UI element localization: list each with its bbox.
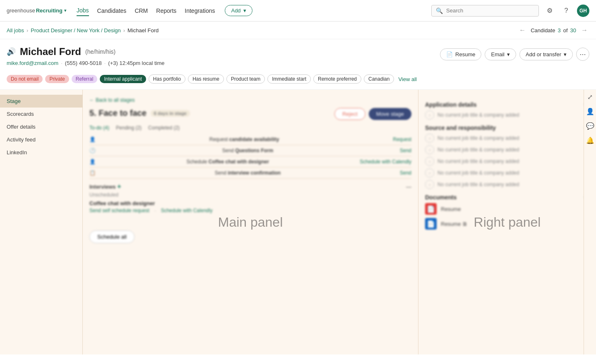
logo: greenhouse Recruiting ▾ (7, 7, 67, 14)
nav-jobs[interactable]: Jobs (77, 5, 89, 16)
candidate-label: Candidate (531, 27, 555, 34)
candidate-of: of (563, 27, 568, 34)
tag-remote-preferred[interactable]: Remote preferred (313, 74, 361, 84)
tag-has-portfolio[interactable]: Has portfolio (149, 74, 185, 84)
main-panel: ← Back to all stages 5. Face to face 6 d… (83, 90, 418, 354)
prev-candidate-arrow[interactable]: ← (517, 26, 527, 35)
candidate-counter: Candidate 3 of 30 (531, 27, 576, 34)
sidebar-item-stage[interactable]: Stage (0, 95, 82, 108)
more-options-button[interactable]: ··· (576, 48, 589, 61)
sidebar-item-offer-details[interactable]: Offer details (0, 120, 82, 133)
tag-do-not-email[interactable]: Do not email (7, 75, 43, 83)
breadcrumb: All jobs › Product Designer / New York /… (0, 22, 596, 39)
nav-right: 🔍 ⚙ ? GH (431, 5, 589, 17)
resume-label: Resume (455, 51, 475, 57)
top-navigation: greenhouse Recruiting ▾ Jobs Candidates … (0, 0, 596, 22)
add-transfer-label: Add or transfer (526, 51, 561, 57)
right-panel-label: Right panel (474, 215, 541, 230)
nav-reports[interactable]: Reports (156, 6, 176, 16)
right-panel: Application details ✏ ○ No current job t… (418, 90, 596, 354)
candidate-pronouns: (he/him/his) (85, 48, 115, 55)
add-chevron-icon: ▾ (243, 7, 246, 14)
next-candidate-arrow[interactable]: → (579, 26, 589, 35)
breadcrumb-candidate: Michael Ford (127, 27, 159, 34)
help-icon[interactable]: ? (560, 5, 572, 17)
search-icon: 🔍 (436, 7, 443, 14)
resume-button[interactable]: 📄 Resume (440, 48, 481, 60)
tag-canadian[interactable]: Canadian (364, 74, 394, 84)
add-button[interactable]: Add ▾ (225, 5, 252, 16)
tag-immediate-start[interactable]: Immediate start (267, 74, 311, 84)
add-label: Add (231, 7, 240, 14)
contact-sep-2: · (104, 60, 106, 66)
tag-has-resume[interactable]: Has resume (188, 74, 224, 84)
candidate-name-row: 🔊 Michael Ford (he/him/his) (7, 46, 165, 57)
breadcrumb-sep-1: › (26, 27, 28, 34)
candidate-total[interactable]: 30 (570, 27, 576, 34)
sidebar-item-activity-feed[interactable]: Activity feed (0, 133, 82, 146)
email-chevron-icon: ▾ (507, 51, 510, 57)
left-sidebar: Stage Scorecards Offer details Activity … (0, 90, 83, 354)
content-area: Stage Scorecards Offer details Activity … (0, 90, 596, 354)
contact-sep-1: · (61, 60, 62, 66)
view-all-tags-link[interactable]: View all (398, 76, 417, 82)
candidate-header: 🔊 Michael Ford (he/him/his) mike.ford@zm… (0, 39, 596, 70)
tag-referral[interactable]: Referral (72, 75, 98, 83)
search-input[interactable] (446, 7, 534, 14)
logo-dropdown-icon[interactable]: ▾ (64, 8, 67, 13)
search-box[interactable]: 🔍 (431, 5, 539, 17)
speaker-icon: 🔊 (7, 47, 16, 56)
nav-candidates[interactable]: Candidates (97, 6, 127, 16)
nav-integrations[interactable]: Integrations (185, 6, 215, 16)
header-actions-row: 🔊 Michael Ford (he/him/his) mike.ford@zm… (7, 46, 589, 70)
breadcrumb-right: ← Candidate 3 of 30 → (517, 26, 589, 35)
right-icons-column: ⤢ 👤 💬 🔔 (584, 90, 596, 354)
add-transfer-chevron-icon: ▾ (564, 51, 567, 57)
more-icon: ··· (579, 50, 586, 59)
nav-crm[interactable]: CRM (135, 6, 148, 16)
tag-private[interactable]: Private (45, 75, 69, 83)
candidate-name: Michael Ford (20, 46, 81, 57)
candidate-local-time: (+3) 12:45pm local time (108, 60, 164, 66)
expand-icon[interactable]: ⤢ (587, 93, 593, 101)
settings-icon[interactable]: ⚙ (544, 5, 555, 17)
resume-icon: 📄 (446, 51, 453, 57)
right-panel-overlay: Right panel (418, 90, 596, 354)
main-panel-overlay: Main panel (83, 90, 418, 354)
email-button[interactable]: Email ▾ (485, 48, 516, 60)
chat-icon[interactable]: 💬 (586, 122, 594, 130)
tags-row: Do not email Private Referral Internal a… (0, 70, 596, 90)
bell-icon[interactable]: 🔔 (586, 136, 594, 144)
logo-recruiting-text: Recruiting (36, 7, 62, 14)
breadcrumb-sep-2: › (123, 27, 125, 34)
sidebar-item-scorecards[interactable]: Scorecards (0, 108, 82, 120)
breadcrumb-job-path[interactable]: Product Designer / New York / Design (31, 27, 121, 34)
candidate-email-link[interactable]: mike.ford@zmail.com (7, 60, 58, 66)
candidate-contact: mike.ford@zmail.com · (555) 490-5018 · (… (7, 60, 165, 66)
user-avatar[interactable]: GH (577, 5, 589, 17)
person-icon[interactable]: 👤 (586, 108, 594, 115)
main-panel-label: Main panel (218, 215, 283, 230)
sidebar-item-linkedin[interactable]: LinkedIn (0, 146, 82, 159)
tag-internal-applicant[interactable]: Internal applicant (100, 75, 146, 83)
email-label: Email (491, 51, 505, 57)
breadcrumb-all-jobs[interactable]: All jobs (7, 27, 24, 34)
nav-links: Jobs Candidates CRM Reports Integrations (77, 5, 215, 16)
add-transfer-button[interactable]: Add or transfer ▾ (519, 48, 573, 60)
tag-product-team[interactable]: Product team (226, 74, 265, 84)
candidate-phone: (555) 490-5018 (65, 60, 102, 66)
logo-greenhouse-text: greenhouse (7, 7, 35, 14)
candidate-num[interactable]: 3 (558, 27, 560, 34)
